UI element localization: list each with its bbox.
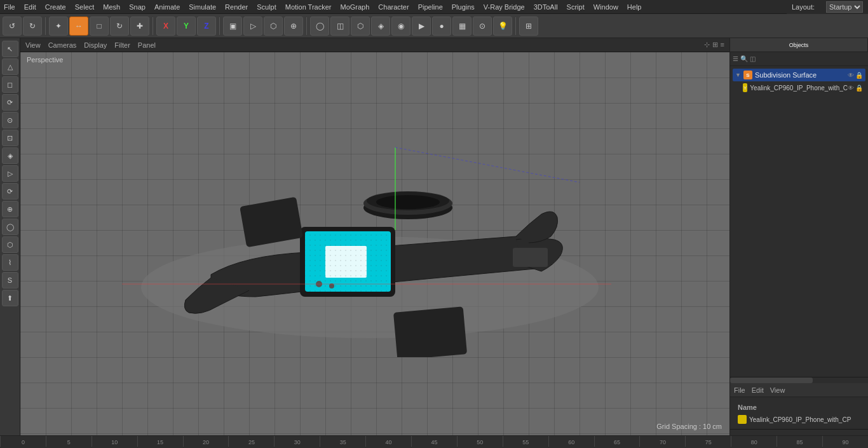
- dissolve-tool[interactable]: ⊕: [2, 201, 18, 217]
- menu-snap[interactable]: Snap: [129, 3, 146, 11]
- undo-button[interactable]: ↺: [3, 17, 22, 36]
- viewport-menu-view[interactable]: View: [25, 41, 41, 49]
- filter-icon[interactable]: ☰: [733, 55, 738, 62]
- menu-mograph[interactable]: MoGraph: [340, 3, 369, 11]
- object-mode-button[interactable]: ▣: [223, 17, 242, 36]
- attributes-scrollbar[interactable]: [730, 429, 868, 435]
- menu-vray[interactable]: V-Ray Bridge: [484, 3, 525, 11]
- attr-view-menu[interactable]: View: [770, 386, 785, 394]
- frame-button[interactable]: ⬡: [351, 17, 370, 36]
- object-color-swatch[interactable]: [738, 415, 747, 424]
- viewport-expand-icon[interactable]: ⊞: [712, 41, 718, 49]
- mark-65: 65: [594, 436, 640, 447]
- polygon-tool[interactable]: △: [2, 58, 18, 75]
- viewport-menu-panel[interactable]: Panel: [138, 41, 156, 49]
- viewport-menu-display[interactable]: Display: [84, 41, 107, 49]
- menu-script[interactable]: Script: [567, 3, 585, 11]
- light-button[interactable]: 💡: [493, 17, 512, 36]
- attr-name-label: Name: [734, 401, 864, 414]
- subdivide-tool[interactable]: ◈: [2, 147, 18, 164]
- layout-dropdown[interactable]: Startup: [826, 1, 863, 13]
- smooth-tool[interactable]: ⟳: [2, 183, 18, 200]
- menu-sculpt[interactable]: Sculpt: [257, 3, 276, 11]
- layout-selector[interactable]: Layout: Startup: [787, 0, 868, 14]
- attr-edit-menu[interactable]: Edit: [752, 386, 764, 394]
- extrude-tool[interactable]: ⊙: [2, 112, 18, 128]
- menu-help[interactable]: Help: [627, 3, 642, 11]
- transform-button[interactable]: ✚: [130, 17, 149, 36]
- edge-mode-button[interactable]: ▷: [243, 17, 262, 36]
- select-tool-button[interactable]: ✦: [49, 17, 68, 36]
- polygon-mode-button[interactable]: ⬡: [264, 17, 283, 36]
- object-tree-scrollbar[interactable]: [730, 377, 868, 383]
- viewport-menu-cameras[interactable]: Cameras: [48, 41, 77, 49]
- knife-tool[interactable]: ▷: [2, 165, 18, 182]
- menu-window[interactable]: Window: [593, 3, 618, 11]
- fill-tool[interactable]: ⬡: [2, 236, 18, 253]
- mark-60: 60: [548, 436, 594, 447]
- video-button[interactable]: ▦: [452, 17, 471, 36]
- mark-90: 90: [822, 436, 868, 447]
- paint-tool[interactable]: ⬆: [2, 290, 18, 306]
- menu-motion-tracker[interactable]: Motion Tracker: [285, 3, 332, 11]
- mark-50: 50: [457, 436, 503, 447]
- left-tool-panel: ↖ △ ◻ ⟳ ⊙ ⊡ ◈ ▷ ⟳ ⊕ ◯ ⬡ ⌇ S ⬆: [0, 38, 20, 435]
- menu-animate[interactable]: Animate: [154, 3, 180, 11]
- toolbar-separator-2: [153, 17, 153, 35]
- viewport-fullscreen-icon[interactable]: ⊹: [704, 41, 710, 49]
- attr-name-row: Yealink_CP960_IP_Phone_with_CP: [734, 414, 864, 425]
- magnet-tool[interactable]: ⌇: [2, 254, 18, 271]
- menu-select[interactable]: Select: [75, 3, 95, 11]
- x-axis-button[interactable]: X: [156, 17, 175, 36]
- point-mode-button[interactable]: ⊕: [284, 17, 303, 36]
- bevel-tool[interactable]: ⊡: [2, 130, 18, 146]
- object-manager-panel: Objects ☰ 🔍 ◫ ▼ S Subdivision Surface 👁 …: [729, 38, 868, 435]
- menu-mesh[interactable]: Mesh: [103, 3, 120, 11]
- layer-icon[interactable]: ◫: [750, 55, 756, 62]
- object-manager-tabs: Objects: [730, 38, 868, 52]
- bridge-tool[interactable]: ◯: [2, 219, 18, 235]
- timeline-area: 0 5 10 15 20 25 30 35 40 45 50 55 60 65 …: [0, 435, 868, 448]
- search-icon[interactable]: 🔍: [740, 55, 748, 62]
- render-button[interactable]: ◫: [330, 17, 349, 36]
- scale-tool-button[interactable]: □: [90, 17, 109, 36]
- object-tree: ▼ S Subdivision Surface 👁 🔒 Y Yealink_CP…: [730, 66, 868, 377]
- sculpt-tool[interactable]: S: [2, 272, 18, 288]
- grid-button[interactable]: ⊞: [519, 17, 538, 36]
- menu-file[interactable]: File: [4, 3, 15, 11]
- camera-button[interactable]: ◯: [310, 17, 329, 36]
- top-menu-bar: File Edit Create Select Mesh Snap Animat…: [0, 0, 868, 14]
- menu-character[interactable]: Character: [378, 3, 409, 11]
- tab-objects[interactable]: Objects: [730, 38, 868, 51]
- mark-40: 40: [365, 436, 411, 447]
- tree-item-subdivision[interactable]: ▼ S Subdivision Surface 👁 🔒: [733, 69, 865, 81]
- attr-file-menu[interactable]: File: [734, 386, 745, 394]
- z-axis-button[interactable]: Z: [197, 17, 216, 36]
- motion-button[interactable]: ⊙: [473, 17, 492, 36]
- viewport-header-icons: ⊹ ⊞ ≡: [704, 41, 724, 49]
- menu-pipeline[interactable]: Pipeline: [418, 3, 443, 11]
- viewport-menu-filter[interactable]: Filter: [114, 41, 130, 49]
- record-button[interactable]: ●: [432, 17, 451, 36]
- mark-25: 25: [228, 436, 274, 447]
- menu-simulate[interactable]: Simulate: [189, 3, 216, 11]
- menu-plugins[interactable]: Plugins: [452, 3, 475, 11]
- redo-button[interactable]: ↻: [23, 17, 42, 36]
- tree-item-yealink[interactable]: Y Yealink_CP960_IP_Phone_with_C 👁 🔒: [733, 81, 865, 94]
- y-axis-button[interactable]: Y: [177, 17, 196, 36]
- loop-select-tool[interactable]: ⟳: [2, 94, 18, 111]
- render-region-button[interactable]: ◉: [391, 17, 410, 36]
- preview-button[interactable]: ▶: [412, 17, 431, 36]
- menu-edit[interactable]: Edit: [24, 3, 36, 11]
- mark-20: 20: [183, 436, 229, 447]
- menu-create[interactable]: Create: [45, 3, 66, 11]
- object-tool[interactable]: ◻: [2, 76, 18, 93]
- menu-render[interactable]: Render: [225, 3, 248, 11]
- cursor-tool[interactable]: ↖: [2, 41, 18, 57]
- menu-3dtoall[interactable]: 3DToAll: [534, 3, 558, 11]
- viewport[interactable]: Perspective: [20, 52, 729, 435]
- move-tool-button[interactable]: ↔: [69, 17, 88, 36]
- viewport-settings-icon[interactable]: ≡: [721, 41, 724, 49]
- render-active-button[interactable]: ◈: [371, 17, 390, 36]
- rotate-tool-button[interactable]: ↻: [110, 17, 129, 36]
